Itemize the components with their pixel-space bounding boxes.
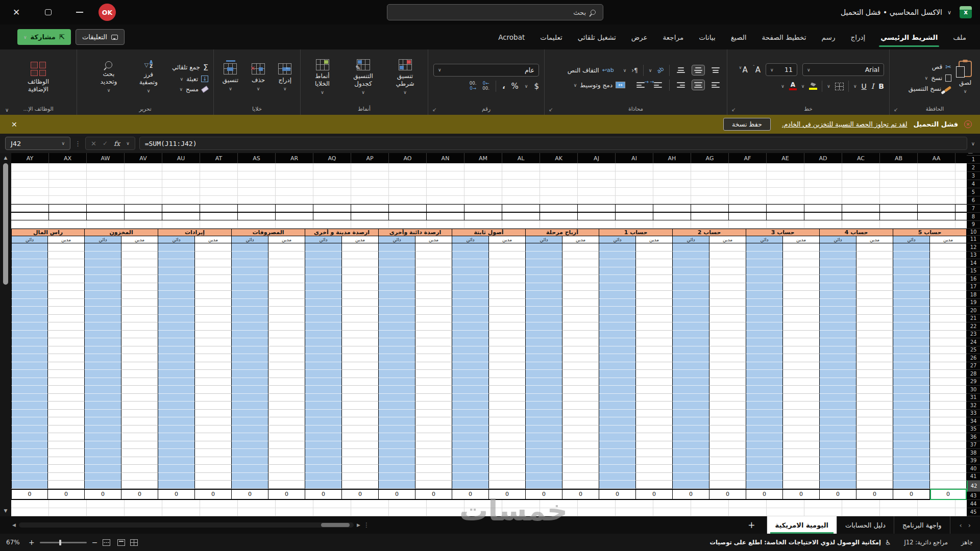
data-cell-debit[interactable]	[562, 283, 599, 291]
data-cell-credit[interactable]	[11, 259, 48, 267]
data-cell-credit[interactable]	[305, 331, 342, 339]
data-cell-credit[interactable]	[11, 370, 48, 378]
data-cell-debit[interactable]	[783, 378, 820, 386]
total-cell[interactable]: 0	[489, 489, 526, 500]
data-cell-debit[interactable]	[268, 473, 305, 481]
data-cell-credit[interactable]	[746, 275, 783, 283]
data-cell-credit[interactable]	[232, 243, 268, 252]
data-cell-debit[interactable]	[195, 322, 232, 331]
data-cell-credit[interactable]	[452, 465, 489, 473]
data-cell-debit[interactable]	[268, 425, 305, 434]
data-cell-debit[interactable]	[415, 362, 452, 370]
data-cell-credit[interactable]	[599, 362, 636, 370]
data-cell-credit[interactable]	[526, 259, 562, 267]
minimize-window-button[interactable]	[68, 0, 91, 24]
subheader-credit-cell[interactable]: دائن	[820, 236, 856, 243]
data-cell-debit[interactable]	[783, 441, 820, 449]
data-cell-debit[interactable]	[195, 473, 232, 481]
data-cell-debit[interactable]	[268, 315, 305, 323]
data-cell-debit[interactable]	[342, 338, 379, 346]
data-cell-credit[interactable]	[11, 322, 48, 331]
data-cell-debit[interactable]	[636, 243, 673, 252]
row-number-39[interactable]: 39	[967, 457, 980, 465]
data-cell-credit[interactable]	[893, 457, 930, 465]
data-cell-credit[interactable]	[452, 243, 489, 252]
data-cell-debit[interactable]	[783, 315, 820, 323]
data-cell-credit[interactable]	[158, 473, 195, 481]
data-cell-credit[interactable]	[305, 315, 342, 323]
data-cell-debit[interactable]	[268, 338, 305, 346]
subheader-debit-cell[interactable]: مدين	[342, 236, 379, 243]
data-cell-debit[interactable]	[342, 473, 379, 481]
data-cell-credit[interactable]	[526, 275, 562, 283]
cut-button[interactable]: ✂ قص	[909, 63, 951, 71]
data-cell-debit[interactable]	[48, 354, 85, 362]
data-cell-credit[interactable]	[893, 473, 930, 481]
data-cell-credit[interactable]	[673, 441, 709, 449]
percent-format-button[interactable]: %	[511, 82, 519, 91]
confirm-entry-icon[interactable]: ✓	[103, 140, 108, 147]
data-cell-debit[interactable]	[415, 252, 452, 260]
data-cell-credit[interactable]	[893, 259, 930, 267]
data-cell-debit[interactable]	[856, 410, 893, 418]
data-cell-credit[interactable]	[11, 362, 48, 370]
data-cell-credit[interactable]	[232, 425, 268, 434]
data-cell-credit[interactable]	[305, 283, 342, 291]
data-cell-debit[interactable]	[342, 354, 379, 362]
sheet-tab-2[interactable]: اليومية الامريكية	[767, 516, 837, 534]
data-cell-credit[interactable]	[232, 370, 268, 378]
data-cell-debit[interactable]	[709, 362, 746, 370]
data-cell-credit[interactable]	[305, 386, 342, 394]
data-cell-credit[interactable]	[232, 433, 268, 441]
clear-button[interactable]: مسح ∨	[172, 86, 208, 93]
data-cell-debit[interactable]	[709, 354, 746, 362]
data-cell-credit[interactable]	[820, 410, 856, 418]
sheet-row-4[interactable]	[11, 188, 967, 196]
data-cell-debit[interactable]	[268, 386, 305, 394]
data-cell-debit[interactable]	[415, 425, 452, 434]
data-cell-debit[interactable]	[268, 370, 305, 378]
row-number-32[interactable]: 32	[967, 402, 980, 410]
data-cell-credit[interactable]	[11, 346, 48, 355]
data-cell-credit[interactable]	[11, 315, 48, 323]
data-cell-credit[interactable]	[746, 338, 783, 346]
data-cell-debit[interactable]	[415, 331, 452, 339]
data-cell-credit[interactable]	[85, 275, 121, 283]
data-cell-credit[interactable]	[379, 331, 415, 339]
data-cell-credit[interactable]	[746, 331, 783, 339]
data-cell-debit[interactable]	[636, 299, 673, 307]
data-cell-debit[interactable]	[562, 378, 599, 386]
data-cell-credit[interactable]	[599, 417, 636, 425]
data-cell-debit[interactable]	[783, 449, 820, 457]
data-cell-credit[interactable]	[820, 425, 856, 434]
data-cell-credit[interactable]	[452, 315, 489, 323]
data-cell-credit[interactable]	[526, 473, 562, 481]
data-cell-debit[interactable]	[636, 283, 673, 291]
data-cell-debit[interactable]	[489, 299, 526, 307]
data-cell-debit[interactable]	[268, 465, 305, 473]
data-cell-credit[interactable]	[746, 449, 783, 457]
data-cell-debit[interactable]	[342, 386, 379, 394]
data-cell-debit[interactable]	[415, 378, 452, 386]
data-cell-debit[interactable]	[489, 441, 526, 449]
data-cell-credit[interactable]	[599, 322, 636, 331]
data-cell-credit[interactable]	[452, 354, 489, 362]
data-cell-credit[interactable]	[85, 425, 121, 434]
data-cell-debit[interactable]	[195, 417, 232, 425]
scroll-left-icon[interactable]: ◀	[12, 522, 16, 528]
data-cell-debit[interactable]	[415, 441, 452, 449]
row-number-27[interactable]: 27	[967, 362, 980, 370]
data-cell-debit[interactable]	[48, 291, 85, 299]
italic-button[interactable]: I	[871, 82, 874, 90]
addins-button[interactable]: الوظائف الإضافية	[19, 61, 58, 94]
total-cell[interactable]: 0	[636, 489, 673, 500]
data-cell-debit[interactable]	[48, 283, 85, 291]
data-cell-credit[interactable]	[11, 481, 48, 489]
data-cell-debit[interactable]	[783, 362, 820, 370]
data-cell-debit[interactable]	[121, 378, 158, 386]
data-cell-debit[interactable]	[268, 331, 305, 339]
row-number-12[interactable]: 12	[967, 243, 980, 252]
data-cell-debit[interactable]	[930, 473, 967, 481]
data-cell-debit[interactable]	[930, 331, 967, 339]
data-cell-credit[interactable]	[158, 354, 195, 362]
